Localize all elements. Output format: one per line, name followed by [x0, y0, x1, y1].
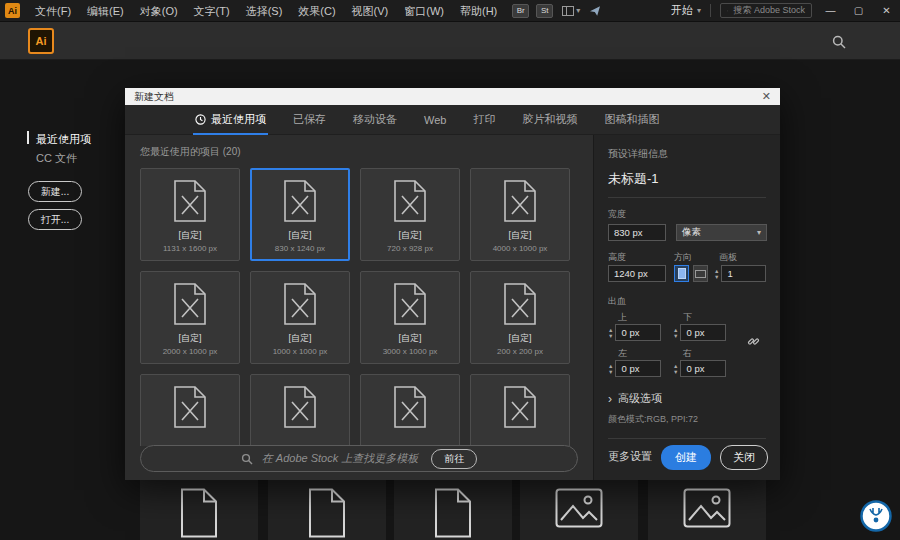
new-document-dialog: 新建文档 ✕ 最近使用项 已保存 移动设备 Web 打印 胶片和视频 图稿和插图…	[125, 88, 780, 480]
tab-saved[interactable]: 已保存	[293, 105, 326, 135]
bleed-left-input[interactable]: 0 px	[615, 360, 661, 377]
tab-print[interactable]: 打印	[473, 105, 495, 135]
menu-window[interactable]: 窗口(W)	[396, 0, 452, 22]
stock-search-input[interactable]: 搜索 Adobe Stock	[720, 3, 812, 18]
bridge-badge[interactable]: Br	[512, 4, 529, 18]
template-size: 830 x 1240 px	[275, 244, 325, 253]
template-name: [自定]	[508, 332, 531, 345]
bleed-right-stepper[interactable]: ▲▼	[673, 363, 678, 375]
tab-web[interactable]: Web	[424, 105, 446, 135]
width-input[interactable]: 830 px	[608, 224, 666, 241]
bleed-top-input[interactable]: 0 px	[615, 324, 661, 341]
artboard-stepper[interactable]: ▲▼	[714, 268, 719, 280]
template-doc-icon	[393, 180, 427, 222]
template-card-partial[interactable]	[140, 374, 240, 446]
recent-file-tile[interactable]	[648, 480, 766, 540]
maximize-button[interactable]: ▢	[849, 0, 868, 22]
brand-badge	[860, 500, 892, 536]
share-icon[interactable]	[589, 5, 601, 17]
illustrator-window: Ai 文件(F) 编辑(E) 对象(O) 文字(T) 选择(S) 效果(C) 视…	[0, 0, 900, 540]
app-bar: Ai	[0, 22, 900, 60]
app-icon-small: Ai	[5, 3, 20, 18]
template-doc-icon	[173, 386, 207, 428]
preset-heading: 预设详细信息	[608, 147, 766, 161]
recent-items-heading: 您最近使用的项目 (20)	[140, 145, 593, 159]
new-button[interactable]: 新建...	[28, 181, 82, 202]
recent-file-tile[interactable]	[140, 480, 258, 540]
template-size: 200 x 200 px	[497, 347, 543, 356]
tab-film-video[interactable]: 胶片和视频	[522, 105, 577, 135]
dialog-tab-bar: 最近使用项 已保存 移动设备 Web 打印 胶片和视频 图稿和插图	[125, 105, 780, 135]
stock-badge[interactable]: St	[536, 4, 553, 18]
template-doc-icon	[173, 283, 207, 325]
preset-panel: 预设详细信息 未标题-1 宽度 830 px 像素 ▾ 高度 方向 画板 124…	[593, 135, 780, 480]
template-doc-icon	[393, 386, 427, 428]
tab-art-illustration[interactable]: 图稿和插图	[604, 105, 659, 135]
advanced-options-toggle[interactable]: › 高级选项	[608, 391, 766, 406]
unit-select[interactable]: 像素 ▾	[676, 224, 767, 241]
go-button[interactable]: 前往	[431, 449, 477, 469]
template-size: 1000 x 1000 px	[273, 347, 328, 356]
template-card[interactable]: [自定] 200 x 200 px	[470, 271, 570, 364]
template-doc-icon	[283, 180, 317, 222]
menu-view[interactable]: 视图(V)	[344, 0, 397, 22]
dialog-close-icon[interactable]: ✕	[762, 88, 771, 105]
menu-select[interactable]: 选择(S)	[238, 0, 291, 22]
recent-file-tile[interactable]	[520, 480, 638, 540]
clock-icon	[195, 114, 206, 125]
template-card[interactable]: [自定] 4000 x 1000 px	[470, 168, 570, 261]
sidebar-item-recent[interactable]: 最近使用项	[36, 132, 91, 147]
bleed-label: 出血	[608, 295, 766, 308]
start-dropdown[interactable]: 开始▾	[671, 3, 701, 18]
menu-help[interactable]: 帮助(H)	[452, 0, 505, 22]
menu-type[interactable]: 文字(T)	[186, 0, 238, 22]
orientation-portrait-button[interactable]	[674, 265, 689, 282]
appbar-search-icon[interactable]	[832, 35, 846, 53]
template-card-partial[interactable]	[360, 374, 460, 446]
template-card[interactable]: [自定] 3000 x 1000 px	[360, 271, 460, 364]
close-dialog-button[interactable]: 关闭	[720, 445, 768, 470]
template-card-partial[interactable]	[470, 374, 570, 446]
tab-recent[interactable]: 最近使用项	[195, 105, 266, 135]
tab-mobile[interactable]: 移动设备	[353, 105, 397, 135]
template-card[interactable]: [自定] 1000 x 1000 px	[250, 271, 350, 364]
template-card-selected[interactable]: [自定] 830 x 1240 px	[250, 168, 350, 261]
close-button[interactable]: ✕	[877, 0, 896, 22]
template-card[interactable]: [自定] 720 x 928 px	[360, 168, 460, 261]
search-icon	[241, 453, 253, 465]
sidebar-item-cc-files[interactable]: CC 文件	[36, 151, 77, 166]
bleed-bottom-input[interactable]: 0 px	[680, 324, 726, 341]
template-name: [自定]	[288, 229, 311, 242]
minimize-button[interactable]: —	[821, 0, 840, 22]
template-name: [自定]	[178, 229, 201, 242]
workspace-switcher-icon[interactable]: ▾	[562, 6, 580, 16]
orientation-landscape-button[interactable]	[693, 265, 708, 282]
stock-search-bar[interactable]: 在 Adobe Stock 上查找更多模板 前往	[140, 445, 578, 472]
bleed-right-label: 右	[683, 347, 692, 360]
menu-object[interactable]: 对象(O)	[132, 0, 186, 22]
open-button[interactable]: 打开...	[28, 209, 82, 230]
menu-effect[interactable]: 效果(C)	[290, 0, 343, 22]
bleed-top-stepper[interactable]: ▲▼	[608, 327, 613, 339]
artboard-label: 画板	[719, 251, 737, 264]
template-card[interactable]: [自定] 2000 x 1000 px	[140, 271, 240, 364]
bleed-right-input[interactable]: 0 px	[680, 360, 726, 377]
recent-file-tile[interactable]	[268, 480, 386, 540]
recent-file-tile[interactable]	[394, 480, 512, 540]
bleed-left-label: 左	[618, 347, 627, 360]
template-card[interactable]: [自定] 1131 x 1600 px	[140, 168, 240, 261]
menu-edit[interactable]: 编辑(E)	[79, 0, 132, 22]
document-name-input[interactable]: 未标题-1	[608, 170, 766, 198]
menu-bar: Ai 文件(F) 编辑(E) 对象(O) 文字(T) 选择(S) 效果(C) 视…	[0, 0, 900, 22]
height-input[interactable]: 1240 px	[608, 265, 666, 282]
template-name: [自定]	[398, 332, 421, 345]
template-size: 2000 x 1000 px	[163, 347, 218, 356]
template-card-partial[interactable]	[250, 374, 350, 446]
template-doc-icon	[173, 180, 207, 222]
bleed-bottom-stepper[interactable]: ▲▼	[673, 327, 678, 339]
template-doc-icon	[503, 283, 537, 325]
menu-file[interactable]: 文件(F)	[27, 0, 79, 22]
artboard-input[interactable]: 1	[721, 265, 766, 282]
create-button[interactable]: 创建	[661, 445, 711, 470]
bleed-left-stepper[interactable]: ▲▼	[608, 363, 613, 375]
